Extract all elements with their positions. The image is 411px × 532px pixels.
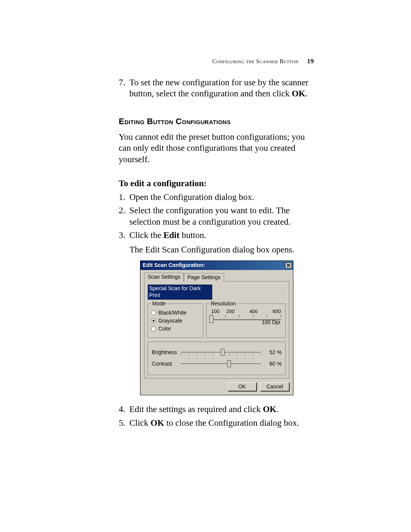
dialog-screenshot: Edit Scan Configuration: Scan Settings P… [140,260,314,395]
contrast-value: 60 % [264,361,282,367]
running-head: Configuring the Scanner Button 19 [212,57,314,66]
contrast-slider[interactable] [181,359,261,369]
resolution-value: 100 Dpi [262,319,280,326]
contrast-label: Contrast [152,361,181,367]
brightness-contrast-group: Brightness [148,342,286,375]
step-3-text: Click the Edit button. The Edit Scan Con… [129,230,314,401]
page-number: 19 [307,58,314,65]
mode-legend: Mode [151,300,167,307]
mode-option-color[interactable]: Color [151,326,200,332]
step-7-text: To set the new configuration for use by … [129,77,314,99]
step-7: 7. To set the new configuration for use … [119,77,314,99]
page: Configuring the Scanner Button 19 7. To … [0,0,411,532]
step-1: 1. Open the Configuration dialog box. [119,192,314,203]
resolution-thumb[interactable] [209,315,213,323]
section-heading: Editing Button Configurations [119,116,314,127]
body: 7. To set the new configuration for use … [119,77,314,428]
dialog-buttons: OK Cancel [144,382,289,391]
close-icon[interactable] [285,262,292,268]
resolution-slider[interactable]: 100 200 . 400 . 600 [211,308,281,326]
step-4: 4. Edit the settings as required and cli… [119,404,314,415]
brightness-slider[interactable] [181,348,261,357]
contrast-thumb[interactable] [227,360,231,367]
step-2-text: Select the configuration you want to edi… [129,205,314,227]
brightness-row: Brightness [152,348,282,357]
steps-list: 1. Open the Configuration dialog box. 2.… [119,192,314,429]
step-5-text: Click OK to close the Configuration dial… [129,417,314,428]
edit-scan-configuration-dialog: Edit Scan Configuration: Scan Settings P… [140,260,293,395]
resolution-legend: Resolution [210,300,237,307]
tab-panel-scan-settings: Special Scan for Dark Print Mode Black/W… [144,281,289,379]
resolution-group: Resolution 100 200 . 400 [206,304,286,338]
mode-option-black-white[interactable]: Black/White [151,310,200,316]
brightness-label: Brightness [152,349,181,356]
radio-icon [151,310,156,315]
tab-page-settings[interactable]: Page Settings [184,273,224,282]
step-5: 5. Click OK to close the Configuration d… [119,417,314,428]
ok-button[interactable]: OK [228,382,256,391]
mode-option-grayscale[interactable]: Grayscale [151,318,200,324]
tabs: Scan Settings Page Settings [144,273,289,281]
step-4-text: Edit the settings as required and click … [129,404,314,415]
step-2: 2. Select the configuration you want to … [119,205,314,227]
brightness-thumb[interactable] [221,349,225,356]
step-3: 3. Click the Edit button. The Edit Scan … [119,230,314,401]
brightness-value: 52 % [264,349,282,356]
subhead: To edit a configuration: [119,178,314,189]
step-7-num: 7. [119,77,129,88]
cancel-button[interactable]: Cancel [260,382,289,391]
dialog-titlebar: Edit Scan Configuration: [140,261,293,270]
configuration-name-input[interactable]: Special Scan for Dark Print [148,284,212,300]
contrast-row: Contrast 60 % [152,359,282,369]
section-intro: You cannot edit the preset button config… [119,131,314,165]
running-head-text: Configuring the Scanner Button [212,58,299,64]
step-3-sub: The Edit Scan Configuration dialog box o… [129,244,314,255]
step-1-text: Open the Configuration dialog box. [129,192,314,203]
dialog-body: Scan Settings Page Settings Special Scan… [140,270,293,395]
radio-icon [151,326,156,331]
tab-scan-settings[interactable]: Scan Settings [144,273,184,281]
radio-icon [151,318,156,323]
dialog-title: Edit Scan Configuration: [143,262,205,269]
mode-group: Mode Black/White Grayscale [148,304,203,338]
